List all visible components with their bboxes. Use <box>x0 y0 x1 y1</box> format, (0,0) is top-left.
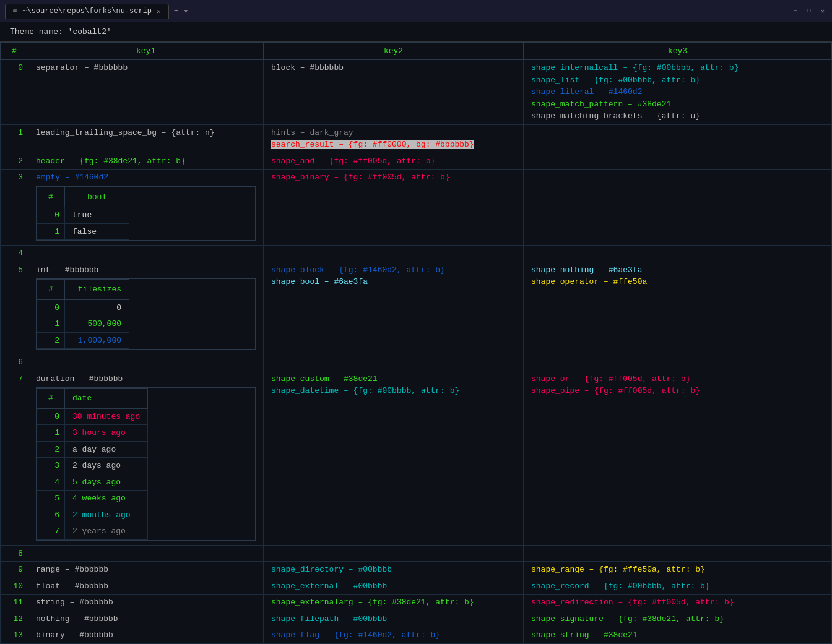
row-key3: shape_internalcall – {fg: #00bbbb, attr:… <box>524 60 832 125</box>
row-index: 5 <box>1 262 28 354</box>
row-key2: shape_filepath – #00bbbb <box>264 611 524 627</box>
row-key2: block – #bbbbbb <box>264 60 524 125</box>
row-key1 <box>28 545 264 562</box>
row-key3: shape_string – #38de21 <box>524 627 832 644</box>
key3-item: shape_record – {fg: #00bbbb, attr: b} <box>531 580 824 593</box>
close-button[interactable]: ✕ <box>818 7 827 15</box>
row-index: 2 <box>1 153 28 170</box>
key2-item: shape_custom – #38de21 <box>271 373 516 385</box>
row-key2: shape_block – {fg: #1460d2, attr: b} sha… <box>264 262 524 354</box>
row-key3 <box>524 170 832 246</box>
row-index: 1 <box>1 124 28 153</box>
theme-name-line: Theme name: 'cobalt2' <box>0 22 832 42</box>
row-key3: shape_nothing – #6ae3fa shape_operator –… <box>524 262 832 354</box>
row-key1: int – #bbbbbb # filesizes <box>28 262 264 354</box>
table-row: 2 header – {fg: #38de21, attr: b} shape_… <box>1 153 832 170</box>
row-key3 <box>524 246 832 262</box>
row-key1: duration – #bbbbbb # date <box>28 371 264 545</box>
row-index: 6 <box>1 354 28 371</box>
row-key2: shape_flag – {fg: #1460d2, attr: b} <box>264 627 524 644</box>
key3-item: shape_signature – {fg: #38de21, attr: b} <box>531 613 824 625</box>
row-key1: separator – #bbbbbb <box>28 60 264 125</box>
key2-search-result: search_result – {fg: #ff0000, bg: #bbbbb… <box>271 139 516 151</box>
inner-bool-table: # bool 0 true 1 <box>36 186 256 241</box>
new-tab-button[interactable]: + <box>174 6 179 15</box>
row-index: 4 <box>1 246 28 262</box>
row-key3: shape_redirection – {fg: #ff005d, attr: … <box>524 595 832 611</box>
table-row: 10 float – #bbbbbb shape_external – #00b… <box>1 578 832 595</box>
key3-item: shape_matching_brackets – {attr: u} <box>531 110 824 122</box>
terminal-tab[interactable]: ⌨ ~\source\repos\forks\nu-scrip ✕ <box>5 4 169 19</box>
row-index: 9 <box>1 562 28 578</box>
key2-item: shape_filepath – #00bbbb <box>271 613 516 625</box>
tab-close-button[interactable]: ✕ <box>157 7 161 15</box>
key3-item: shape_list – {fg: #00bbbb, attr: b} <box>531 74 824 87</box>
row-key1: leading_trailing_space_bg – {attr: n} <box>28 124 264 153</box>
row-key2: shape_externalarg – {fg: #38de21, attr: … <box>264 595 524 611</box>
key3-item: shape_internalcall – {fg: #00bbbb, attr:… <box>531 62 824 74</box>
table-row: 8 <box>1 545 832 562</box>
row-key2 <box>264 354 524 371</box>
key2-item: shape_binary – {fg: #ff005d, attr: b} <box>271 171 516 184</box>
titlebar: ⌨ ~\source\repos\forks\nu-scrip ✕ + ▾ ─ … <box>0 0 832 22</box>
row-index: 10 <box>1 578 28 595</box>
inner-table-row: 2 1,000,000 <box>37 332 129 349</box>
row-key1: string – #bbbbbb <box>28 595 264 611</box>
key2-item: shape_datetime – {fg: #00bbbb, attr: b} <box>271 385 516 397</box>
row-index: 0 <box>1 60 28 125</box>
row-key3 <box>524 124 832 153</box>
row-index: 13 <box>1 627 28 644</box>
terminal-icon: ⌨ <box>13 7 17 16</box>
inner-table-row: 1 false <box>37 223 129 240</box>
row-key1 <box>28 354 264 371</box>
tab-dropdown-button[interactable]: ▾ <box>184 6 189 16</box>
col-hash-header: # <box>1 43 28 60</box>
row-index: 7 <box>1 371 28 545</box>
inner-table-row: 1 500,000 <box>37 316 129 333</box>
table-row: 7 duration – #bbbbbb # date <box>1 371 832 545</box>
row-key2 <box>264 545 524 562</box>
tab-label: ~\source\repos\forks\nu-scrip <box>22 7 152 15</box>
key3-item: shape_string – #38de21 <box>531 629 824 642</box>
row-key3: shape_record – {fg: #00bbbb, attr: b} <box>524 578 832 595</box>
row-key3: shape_signature – {fg: #38de21, attr: b} <box>524 611 832 627</box>
key3-item: shape_pipe – {fg: #ff005d, attr: b} <box>531 385 824 397</box>
key2-item: shape_flag – {fg: #1460d2, attr: b} <box>271 629 516 642</box>
inner-table-row: 6 2 months ago <box>37 507 148 523</box>
row-key1: empty – #1460d2 # bool 0 <box>28 170 264 246</box>
theme-name-text: Theme name: 'cobalt2' <box>10 27 111 36</box>
table-row: 3 empty – #1460d2 # bool <box>1 170 832 246</box>
table-row: 6 <box>1 354 832 371</box>
row-key1: float – #bbbbbb <box>28 578 264 595</box>
row-key3: shape_range – {fg: #ffe50a, attr: b} <box>524 562 832 578</box>
key2-item: shape_directory – #00bbbb <box>271 564 516 576</box>
window-controls: ─ □ ✕ <box>791 7 827 15</box>
inner-table-row: 0 0 <box>37 299 129 316</box>
table-row: 4 <box>1 246 832 262</box>
table-row: 1 leading_trailing_space_bg – {attr: n} … <box>1 124 832 153</box>
row-key1: header – {fg: #38de21, attr: b} <box>28 153 264 170</box>
maximize-button[interactable]: □ <box>805 7 813 15</box>
row-key1: range – #bbbbbb <box>28 562 264 578</box>
row-key1 <box>28 246 264 262</box>
main-content: # key1 key2 key3 0 separator – #bbbbbb b… <box>0 42 832 644</box>
inner-table-row: 2 a day ago <box>37 441 148 458</box>
key3-item: shape_nothing – #6ae3fa <box>531 264 824 277</box>
row-key3 <box>524 354 832 371</box>
table-row: 9 range – #bbbbbb shape_directory – #00b… <box>1 562 832 578</box>
row-key2 <box>264 246 524 262</box>
key2-hints: hints – dark_gray <box>271 127 516 139</box>
key3-item: shape_redirection – {fg: #ff005d, attr: … <box>531 596 824 609</box>
key2-item: shape_block – {fg: #1460d2, attr: b} <box>271 264 516 277</box>
key2-item: shape_externalarg – {fg: #38de21, attr: … <box>271 596 516 609</box>
inner-table-row: 4 5 days ago <box>37 474 148 491</box>
inner-table-row: 0 true <box>37 207 129 224</box>
inner-dates-table: # date 0 30 minutes ago 1 <box>36 387 256 541</box>
minimize-button[interactable]: ─ <box>791 7 800 15</box>
row-key3 <box>524 153 832 170</box>
inner-table-row: 3 2 days ago <box>37 458 148 474</box>
row-index: 3 <box>1 170 28 246</box>
table-row: 12 nothing – #bbbbbb shape_filepath – #0… <box>1 611 832 627</box>
table-header-row: # key1 key2 key3 <box>1 43 832 60</box>
col-key2-header: key2 <box>264 43 524 60</box>
